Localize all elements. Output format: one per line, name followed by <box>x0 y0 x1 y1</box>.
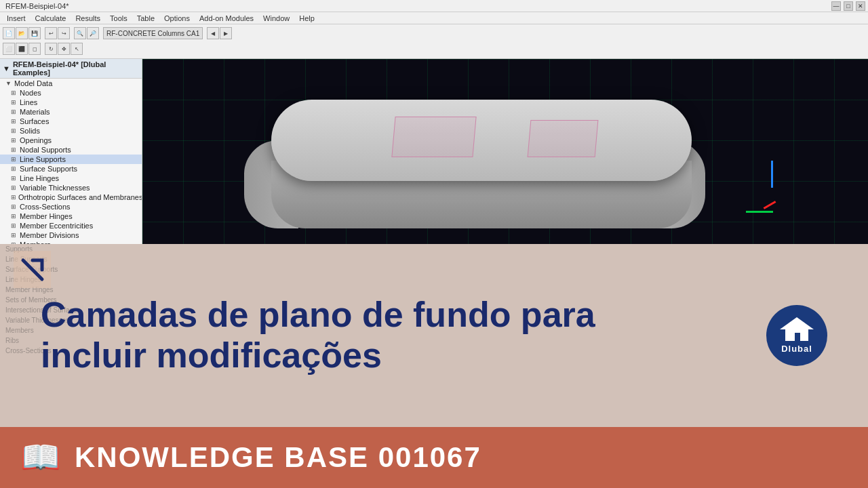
tree-line-hinges[interactable]: ⊞ Line Hinges <box>0 174 142 183</box>
tree-expand-icon: ⊞ <box>11 89 18 96</box>
tree-member-eccentricities[interactable]: ⊞ Member Eccentricities <box>0 221 142 230</box>
dlubal-roof <box>780 317 814 329</box>
toolbar-row-1: 📄 📂 💾 ↩ ↪ 🔍 🔎 RF-CONCRETE Columns CA1 ◀ … <box>3 26 865 41</box>
menu-calculate[interactable]: Calculate <box>31 12 71 24</box>
menu-options[interactable]: Options <box>160 12 194 24</box>
tree-line-supports[interactable]: ⊞ Line Supports <box>0 155 142 164</box>
tree-expand-icon: ⊞ <box>11 146 18 153</box>
tb-undo[interactable]: ↩ <box>45 27 57 39</box>
menu-window[interactable]: Window <box>259 12 294 24</box>
tree-expand-icon: ⊞ <box>11 184 18 191</box>
window-controls[interactable]: — □ ✕ <box>831 1 865 11</box>
tb-zoom-out[interactable]: 🔎 <box>87 27 99 39</box>
tb-select[interactable]: ↖ <box>71 43 83 55</box>
tree-orthotropic[interactable]: ⊞ Orthotropic Surfaces and Membranes <box>0 192 142 202</box>
tb-next[interactable]: ▶ <box>220 27 232 39</box>
menu-table[interactable]: Table <box>133 12 159 24</box>
heading-line-1: Camadas de plano de fundo para <box>41 295 595 334</box>
main-content: ▼ RFEM-Beispiel-04* [Dlubal Examples] ▼ … <box>0 59 868 244</box>
tree-expand-icon: ⊞ <box>11 118 18 125</box>
tree-openings[interactable]: ⊞ Openings <box>0 136 142 145</box>
tree-surfaces[interactable]: ⊞ Surfaces <box>0 117 142 126</box>
knowledge-base-label: KNOWLEDGE BASE 001067 <box>75 441 481 474</box>
tree-item-label: Openings <box>20 136 52 144</box>
tree-expand-icon: ⊞ <box>11 222 18 229</box>
window-title: RFEM-Beispiel-04* <box>3 2 831 10</box>
tree-cross-sections[interactable]: ⊞ Cross-Sections <box>0 202 142 211</box>
tree-item-label: Lines <box>20 98 37 106</box>
tree-item-label: Variable Thicknesses <box>20 184 90 192</box>
tb-view-2[interactable]: ⬛ <box>16 43 28 55</box>
tree-expand-icon: ⊞ <box>11 108 18 115</box>
overlay-section: Supports Line Supports Surface Supports … <box>0 244 868 488</box>
tree-expand-icon: ⊞ <box>11 175 18 182</box>
tree-item-label: Line Hinges <box>20 174 59 182</box>
tb-redo[interactable]: ↪ <box>58 27 70 39</box>
menu-tools[interactable]: Tools <box>106 12 132 24</box>
dlubal-wordmark: Dlubal <box>781 344 812 354</box>
tree-model-data[interactable]: ▼ Model Data <box>0 79 142 88</box>
tree-item-label: Cross-Sections <box>20 203 71 211</box>
3d-model <box>244 100 705 244</box>
3d-viewport[interactable] <box>142 59 868 244</box>
minimize-button[interactable]: — <box>831 1 841 11</box>
menu-addon-modules[interactable]: Add-on Modules <box>195 12 258 24</box>
book-icon: 📖 <box>20 441 61 474</box>
tb-view-1[interactable]: ⬜ <box>3 43 15 55</box>
tree-expand-icon: ⊞ <box>11 156 18 163</box>
tree-item-label: Nodal Supports <box>20 146 71 154</box>
toolbar-area: 📄 📂 💾 ↩ ↪ 🔍 🔎 RF-CONCRETE Columns CA1 ◀ … <box>0 24 868 59</box>
sidebar-root[interactable]: ▼ RFEM-Beispiel-04* [Dlubal Examples] <box>0 59 142 79</box>
dlubal-building-icon <box>780 317 814 341</box>
mark-rect-1 <box>391 117 476 157</box>
sidebar-root-expand: ▼ <box>3 64 10 73</box>
tree-member-divisions[interactable]: ⊞ Member Divisions <box>0 230 142 240</box>
tree-materials[interactable]: ⊞ Materials <box>0 107 142 117</box>
dlubal-logo: Dlubal <box>766 305 827 366</box>
sidebar-root-label: RFEM-Beispiel-04* [Dlubal Examples] <box>13 60 139 77</box>
tb-rotate[interactable]: ↻ <box>45 43 57 55</box>
x-axis <box>746 211 773 213</box>
tree-variable-thicknesses[interactable]: ⊞ Variable Thicknesses <box>0 183 142 192</box>
toolbar-module-label: RF-CONCRETE Columns CA1 <box>103 27 203 39</box>
toolbar-row-2: ⬜ ⬛ ◻ ↻ ✥ ↖ <box>3 41 865 56</box>
tree-expand-icon: ⊞ <box>11 165 18 172</box>
tb-new[interactable]: 📄 <box>3 27 15 39</box>
tb-open[interactable]: 📂 <box>16 27 28 39</box>
sidebar: ▼ RFEM-Beispiel-04* [Dlubal Examples] ▼ … <box>0 59 142 244</box>
bottom-bar: 📖 KNOWLEDGE BASE 001067 <box>0 427 868 488</box>
tree-item-label: Surfaces <box>20 117 49 125</box>
tree-item-label: Member Divisions <box>20 231 79 239</box>
tb-zoom-in[interactable]: 🔍 <box>74 27 86 39</box>
shape-top-face <box>271 100 692 181</box>
tree-expand-icon: ⊞ <box>11 99 18 106</box>
overlay-content: Camadas de plano de fundo para incluir m… <box>0 244 868 427</box>
main-heading: Camadas de plano de fundo para incluir m… <box>41 295 651 376</box>
tb-view-3[interactable]: ◻ <box>28 43 41 55</box>
tree-nodes[interactable]: ⊞ Nodes <box>0 88 142 98</box>
menu-insert[interactable]: Insert <box>3 12 30 24</box>
tree-expand-icon: ⊞ <box>11 127 18 134</box>
tree-surface-supports[interactable]: ⊞ Surface Supports <box>0 164 142 174</box>
menu-help[interactable]: Help <box>295 12 319 24</box>
tb-prev[interactable]: ◀ <box>207 27 219 39</box>
tree-nodal-supports[interactable]: ⊞ Nodal Supports <box>0 145 142 155</box>
close-button[interactable]: ✕ <box>856 1 865 11</box>
tree-solids[interactable]: ⊞ Solids <box>0 126 142 136</box>
tree-item-label: Solids <box>20 127 40 135</box>
tree-item-label: Surface Supports <box>20 165 77 173</box>
tree-item-label: Member Eccentricities <box>20 222 93 230</box>
main-text-block: Camadas de plano de fundo para incluir m… <box>41 295 753 376</box>
tree-lines[interactable]: ⊞ Lines <box>0 98 142 107</box>
tree-expand-icon: ⊞ <box>11 213 18 220</box>
tb-pan[interactable]: ✥ <box>58 43 70 55</box>
menu-bar: Insert Calculate Results Tools Table Opt… <box>0 12 868 24</box>
dlubal-body <box>785 329 808 341</box>
tb-save[interactable]: 💾 <box>28 27 41 39</box>
menu-results[interactable]: Results <box>71 12 104 24</box>
z-axis <box>771 161 773 188</box>
tree-expand-icon: ▼ <box>5 80 12 87</box>
maximize-button[interactable]: □ <box>844 1 853 11</box>
tree-member-hinges[interactable]: ⊞ Member Hinges <box>0 211 142 221</box>
tree-expand-icon: ⊞ <box>11 137 18 144</box>
